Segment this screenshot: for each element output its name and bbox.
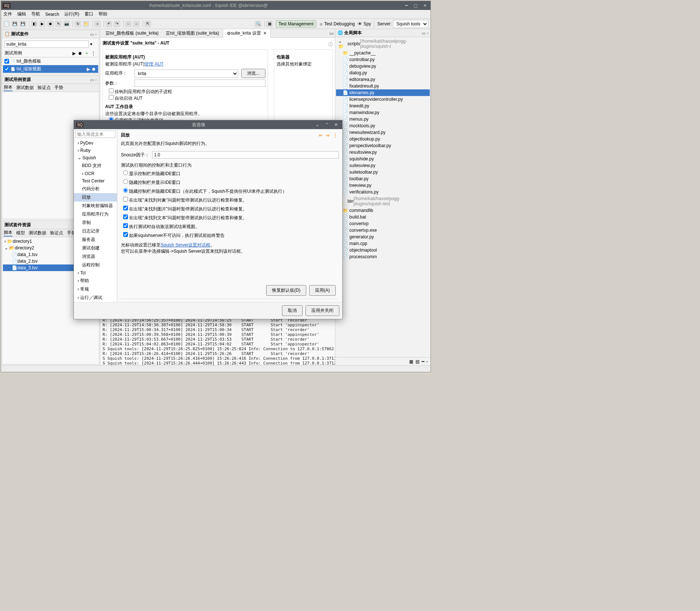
file-item[interactable]: 📄 processcomm — [336, 253, 430, 260]
pref-subcategory[interactable]: 应用程序行为 — [74, 210, 117, 219]
tab-testdata[interactable]: 测试数据 — [29, 230, 46, 236]
pref-subcategory[interactable]: 服务器 — [74, 235, 117, 244]
file-item[interactable]: 📄 menus.py — [336, 116, 430, 122]
menu-window[interactable]: 窗口 — [85, 11, 93, 17]
view-icon[interactable]: ▦ — [409, 359, 413, 364]
view-icon[interactable]: ▫ — [426, 359, 428, 364]
editor-tab[interactable]: ⚙ suite_krita 设置✕ — [223, 29, 271, 38]
editor-max-icon[interactable]: ▭ — [329, 31, 333, 36]
file-item[interactable]: 📄 convertvp — [336, 220, 430, 227]
remove-case-icon[interactable]: ⋮ — [91, 51, 96, 56]
radio-show-controlbar[interactable] — [123, 170, 128, 175]
view-icon[interactable]: ━ — [422, 359, 424, 364]
file-item[interactable]: 📄 fixatedresult.py — [336, 83, 430, 89]
dialog-close-icon[interactable]: ✕ — [334, 122, 338, 127]
menu-navigate[interactable]: 导航 — [31, 11, 40, 17]
app-select[interactable]: krita — [135, 70, 238, 78]
pref-subcategory[interactable]: Test Center — [74, 177, 117, 185]
snooze-input[interactable] — [152, 151, 339, 159]
tab-vp[interactable]: 验证点 — [38, 85, 51, 91]
file-item[interactable]: 📄 objectmaptool — [336, 247, 430, 253]
file-item[interactable]: 📄 toolbar.py — [336, 175, 430, 182]
squish-server-link[interactable]: Squish Server设置对话框 — [161, 242, 210, 248]
editor-tab[interactable]: ☰ tst_缩放视图 (suite_krita) — [162, 29, 222, 38]
file-item[interactable]: 📄 verifications.py — [336, 189, 430, 195]
back-icon[interactable]: ← — [125, 21, 132, 27]
cat-pydev[interactable]: › PyDev — [74, 139, 117, 147]
pref-subcategory[interactable]: 日志记录 — [74, 227, 117, 235]
panel-min-icon[interactable]: ▭ — [90, 78, 94, 82]
file-item[interactable]: 📄 convertvp.exe — [336, 227, 430, 234]
file-item[interactable]: 📄 mocktools.py — [336, 122, 430, 129]
cat-help[interactable]: › 帮助 — [74, 277, 117, 285]
pref-subcategory[interactable]: 代码分析 — [74, 185, 117, 193]
test-management-button[interactable]: Test Management — [276, 20, 316, 28]
file-item[interactable]: 📄 objectlookup.py — [336, 136, 430, 142]
export-icon[interactable]: ⇱ — [144, 21, 151, 27]
browse-button[interactable]: 浏览... — [241, 69, 265, 78]
hook-checkbox[interactable] — [109, 88, 114, 93]
cat-rundebug[interactable]: › 运行／调试 — [74, 294, 117, 302]
file-item[interactable]: 📄 controlbar.py — [336, 56, 430, 63]
radio-hide-controlbar-show-ide[interactable] — [123, 179, 128, 184]
redo-icon[interactable]: ↷ — [114, 21, 120, 27]
tab-models[interactable]: 模型 — [16, 230, 25, 236]
pencil-icon[interactable]: ✎ — [55, 21, 62, 27]
file-item[interactable]: 📄 mainwindow.py — [336, 109, 430, 116]
manage-aut-link[interactable]: 管理 AUT — [144, 61, 163, 67]
spy-button[interactable]: 👁 Spy — [358, 21, 371, 26]
panel-min-icon[interactable]: ▭ — [90, 32, 94, 36]
pref-subcategory[interactable]: BDD 支持 — [74, 161, 117, 170]
pref-subcategory[interactable]: › OCR — [74, 170, 117, 177]
save-icon[interactable]: 💾 — [11, 21, 18, 27]
chk-warn-server[interactable] — [123, 232, 128, 237]
tab-scripts[interactable]: 脚本 — [4, 230, 12, 237]
play-icon[interactable]: ▶ — [87, 67, 90, 72]
file-item[interactable]: 📄 newsuitewizard.py — [336, 129, 430, 136]
autostart-checkbox[interactable] — [109, 95, 114, 100]
folder-item[interactable]: 📁 __pycache__ — [336, 50, 430, 56]
cat-general[interactable]: › 常规 — [74, 285, 117, 294]
close-icon[interactable]: ✕ — [423, 3, 427, 8]
new-icon[interactable]: 📄 — [3, 21, 10, 27]
panel-close-icon[interactable]: ▫ — [95, 78, 97, 82]
menu-file[interactable]: 文件 — [3, 11, 12, 17]
dialog-min-icon[interactable]: ⌄ — [315, 122, 319, 127]
file-item[interactable]: 📄 resultsview.py — [336, 149, 430, 156]
apply-close-button[interactable]: 应用并关闭 — [306, 305, 339, 316]
file-item[interactable]: 📄 lineedit.py — [336, 103, 430, 109]
pref-subcategory[interactable]: 浏览器 — [74, 252, 117, 261]
file-item[interactable]: 📄 generator.py — [336, 234, 430, 240]
view-icon[interactable]: ▤ — [415, 359, 419, 364]
cat-squish[interactable]: ⌄ Squish — [74, 154, 117, 161]
file-item[interactable]: 📄 idenames.py — [336, 89, 430, 96]
file-item[interactable]: 📄 treeview.py — [336, 182, 430, 189]
pref-subcategory[interactable]: 对象映射编辑器 — [74, 202, 117, 210]
file-item[interactable]: 📄 squishide.py — [336, 156, 430, 162]
menu-help[interactable]: 帮助 — [99, 11, 107, 17]
pref-subcategory[interactable]: 录制 — [74, 219, 117, 227]
scripts-root[interactable]: ⌄ 📁 scripts [/home/kati/hasselpogg-plugi… — [336, 38, 430, 50]
toggle-icon[interactable]: ◧ — [31, 21, 38, 27]
pref-subcategory[interactable]: 远程控制 — [74, 261, 117, 269]
radio-hide-both[interactable] — [123, 188, 128, 193]
nav-back-icon[interactable]: ⇦ — [319, 133, 322, 138]
record-case-icon[interactable]: ⏺ — [78, 51, 82, 56]
pref-subcategory[interactable]: 测试创建 — [74, 244, 117, 252]
menu-search[interactable]: Search — [45, 12, 59, 17]
filter-input[interactable] — [75, 131, 115, 138]
suite-dropdown-icon[interactable]: ▾ — [90, 42, 92, 47]
file-item[interactable]: 📄 editorarea.py — [336, 76, 430, 83]
apply-button[interactable]: 应用(A) — [309, 285, 336, 296]
args-input[interactable] — [135, 79, 265, 87]
add-case-icon[interactable]: ＋ — [85, 50, 89, 56]
chk-activate-results[interactable] — [123, 223, 128, 228]
panel-close-icon[interactable]: ▫ — [427, 31, 428, 35]
search-icon[interactable]: 🔍 — [255, 21, 261, 27]
editor-tab[interactable]: ☰ tst_颜色模板 (suite_krita) — [102, 29, 162, 38]
rec-icon[interactable]: ⏺ — [92, 67, 96, 72]
help-icon[interactable]: ⓘ — [328, 42, 333, 48]
nav-menu-icon[interactable]: ⋮ — [333, 133, 338, 138]
chk-pause-object[interactable] — [123, 197, 128, 202]
undo-icon[interactable]: ↶ — [106, 21, 112, 27]
